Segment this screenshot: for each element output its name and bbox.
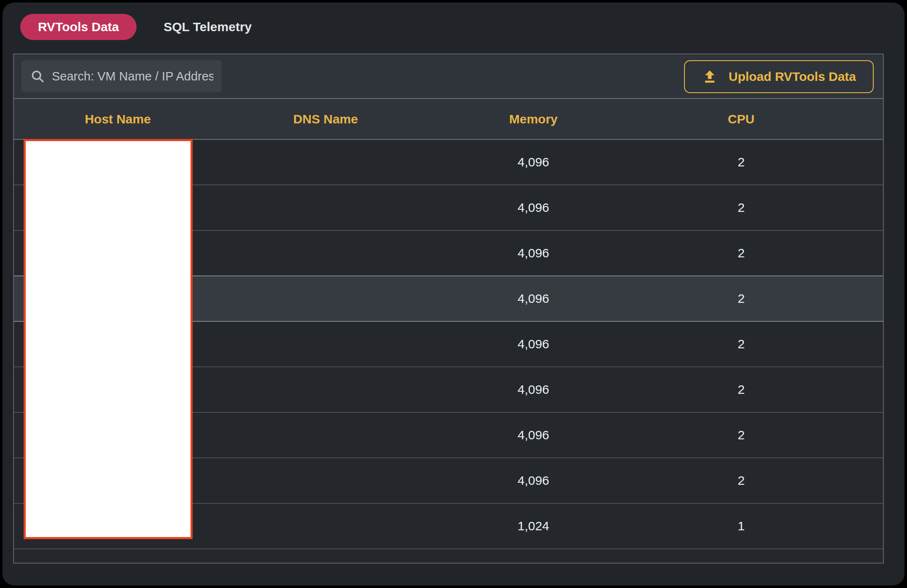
cell-memory: 4,096 [429,155,637,169]
cell-cpu: 2 [637,428,845,442]
cell-memory: 4,096 [429,428,637,442]
search-icon [30,69,45,84]
cell-cpu: 2 [637,473,845,488]
column-header-dns-name: DNS Name [222,112,429,126]
cell-memory: 4,096 [429,382,637,397]
app-window: RVTools Data SQL Telemetry Upload RVTool [3,3,904,585]
cell-memory: 4,096 [429,337,637,351]
cell-memory: 4,096 [429,246,637,260]
upload-icon [702,69,718,85]
tab-bar: RVTools Data SQL Telemetry [20,14,271,40]
column-header-host-name: Host Name [14,112,222,126]
cell-cpu: 2 [637,246,845,260]
tab-rvtools-data-label: RVTools Data [38,20,119,34]
table-header-row: Host Name DNS Name Memory CPU [14,99,883,140]
cell-cpu: 2 [637,155,845,169]
tab-sql-telemetry[interactable]: SQL Telemetry [144,14,271,40]
column-header-cpu: CPU [637,112,845,126]
tab-rvtools-data[interactable]: RVTools Data [20,14,137,40]
upload-button-label: Upload RVTools Data [729,69,856,84]
cell-cpu: 1 [637,519,845,533]
tab-sql-telemetry-label: SQL Telemetry [164,20,252,34]
cell-cpu: 2 [637,382,845,397]
cell-cpu: 2 [637,291,845,306]
column-header-memory: Memory [429,112,637,126]
cell-memory: 4,096 [429,200,637,215]
search-input[interactable] [52,69,213,83]
upload-rvtools-button[interactable]: Upload RVTools Data [684,60,874,93]
cell-cpu: 2 [637,337,845,351]
cell-memory: 1,024 [429,519,637,533]
toolbar: Upload RVTools Data [14,54,883,99]
cell-cpu: 2 [637,200,845,215]
cell-memory: 4,096 [429,291,637,306]
cell-memory: 4,096 [429,473,637,488]
redaction-overlay [24,139,193,539]
search-box[interactable] [21,60,222,92]
